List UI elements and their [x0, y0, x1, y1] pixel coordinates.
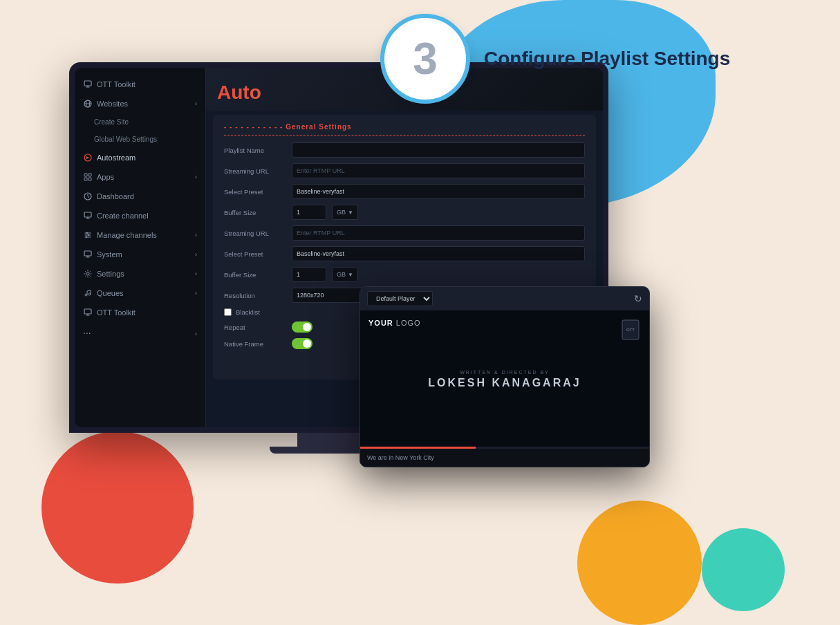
- sidebar-item-more[interactable]: ··· ›: [75, 322, 205, 346]
- sidebar-item-autostream[interactable]: Autostream: [75, 148, 205, 167]
- sidebar: OTT Toolkit Websites › Create Site: [75, 68, 206, 427]
- panel-title: - - - - - - - - - - - General Settings: [224, 123, 585, 136]
- sliders-icon: [83, 230, 93, 240]
- gear-icon: [83, 269, 93, 279]
- buffer-size-unit-2: GB ▼: [332, 267, 358, 282]
- globe-icon: [83, 99, 93, 109]
- select-preset-row-2: Select Preset Baseline-veryfast High-med…: [224, 246, 585, 261]
- player-bottombar: We are in New York City: [360, 449, 649, 467]
- player-subtitle: We are in New York City: [367, 454, 434, 461]
- sidebar-item-dashboard[interactable]: Dashboard: [75, 187, 205, 206]
- select-preset-label-2: Select Preset: [224, 250, 286, 258]
- grid-icon: [83, 172, 93, 182]
- sidebar-label-ott-toolkit: OTT Toolkit: [97, 80, 136, 88]
- svg-text:OTT: OTT: [626, 328, 635, 332]
- svg-rect-7: [88, 178, 91, 180]
- streaming-url-label-2: Streaming URL: [224, 230, 286, 237]
- buffer-size-label-2: Buffer Size: [224, 271, 286, 279]
- repeat-toggle[interactable]: [292, 321, 312, 333]
- step-number: 3: [380, 14, 470, 104]
- player-watermark: OTT: [620, 319, 641, 343]
- bg-circle-teal: [702, 528, 785, 611]
- sidebar-label-system: System: [97, 250, 122, 259]
- select-preset-dropdown-2[interactable]: Baseline-veryfast High-medium: [292, 246, 585, 261]
- streaming-url-input-1[interactable]: [292, 163, 585, 178]
- streaming-url-row-1: Streaming URL: [224, 163, 585, 178]
- svg-point-16: [88, 293, 91, 295]
- bg-blob-orange: [577, 501, 702, 625]
- streaming-url-label-1: Streaming URL: [224, 167, 286, 175]
- written-by-text: WRITTEN & DIRECTED BY: [428, 370, 581, 375]
- player-center-content: WRITTEN & DIRECTED BY LOKESH KANAGARAJ: [428, 370, 581, 389]
- sidebar-item-manage-channels[interactable]: Manage channels ›: [75, 225, 205, 245]
- chevron-right-icon-system: ›: [195, 251, 197, 258]
- chevron-right-icon-more: ›: [195, 330, 197, 337]
- video-player: Default Player ↻ YOUR LOGO OTT WRITTEN &…: [360, 286, 650, 467]
- buffer-size-input-2[interactable]: [292, 267, 326, 282]
- player-topbar: Default Player ↻: [360, 287, 649, 310]
- music-icon: [83, 288, 93, 298]
- sidebar-label-create-site: Create Site: [94, 118, 129, 126]
- sidebar-label-settings: Settings: [97, 270, 124, 278]
- chevron-right-icon-queues: ›: [195, 290, 197, 297]
- svg-rect-9: [84, 212, 91, 217]
- buffer-size-unit-1: GB ▼: [332, 205, 358, 220]
- circle-icon: [83, 192, 93, 201]
- native-frame-label: Native Frame: [224, 340, 286, 348]
- step-badge: 3 Configure Playlist Settings: [380, 14, 730, 104]
- native-frame-toggle[interactable]: [292, 338, 312, 349]
- svg-rect-13: [84, 251, 91, 256]
- select-preset-row-1: Select Preset Baseline-veryfast High-med…: [224, 184, 585, 199]
- svg-point-15: [85, 294, 87, 296]
- streaming-url-row-2: Streaming URL: [224, 225, 585, 241]
- sidebar-label-websites: Websites: [97, 100, 128, 108]
- bg-circle-red: [41, 431, 194, 584]
- player-select[interactable]: Default Player: [367, 291, 433, 306]
- svg-rect-17: [84, 309, 91, 314]
- director-text: LOKESH KANAGARAJ: [428, 377, 581, 389]
- buffer-size-input-1[interactable]: [292, 205, 326, 220]
- sidebar-item-apps[interactable]: Apps ›: [75, 167, 205, 187]
- monitor2-icon: [83, 211, 93, 221]
- resolution-label: Resolution: [224, 292, 286, 299]
- autostream-icon: [83, 153, 93, 162]
- monitor3-icon: [83, 308, 93, 317]
- chevron-right-icon-manage: ›: [195, 232, 197, 239]
- sidebar-item-system[interactable]: System ›: [75, 245, 205, 264]
- sidebar-label-queues: Queues: [97, 289, 124, 297]
- blacklist-label: Blacklist: [236, 308, 260, 316]
- chevron-right-icon: ›: [195, 100, 197, 107]
- buffer-size-row-1: Buffer Size GB ▼: [224, 205, 585, 220]
- sidebar-item-global-web-settings[interactable]: Global Web Settings: [75, 131, 205, 148]
- system-icon: [83, 250, 93, 259]
- svg-rect-4: [84, 174, 87, 176]
- playlist-name-label: Playlist Name: [224, 147, 286, 154]
- sidebar-item-create-site[interactable]: Create Site: [75, 113, 205, 131]
- sidebar-label-create-channel: Create channel: [97, 212, 149, 220]
- blacklist-checkbox[interactable]: [224, 308, 232, 316]
- sidebar-item-settings[interactable]: Settings ›: [75, 264, 205, 283]
- chevron-right-icon-apps: ›: [195, 174, 197, 180]
- svg-rect-0: [84, 81, 91, 86]
- sidebar-label-autostream: Autostream: [97, 153, 136, 162]
- svg-point-12: [86, 236, 87, 238]
- streaming-url-input-2[interactable]: [292, 225, 585, 241]
- sidebar-label-dashboard: Dashboard: [97, 192, 134, 200]
- monitor-wrapper: OTT Toolkit Websites › Create Site: [69, 62, 608, 454]
- sidebar-item-ott-toolkit2[interactable]: OTT Toolkit: [75, 303, 205, 322]
- select-preset-dropdown-1[interactable]: Baseline-veryfast High-medium Main-fast: [292, 184, 585, 199]
- sidebar-label-more: ···: [83, 327, 91, 338]
- refresh-icon[interactable]: ↻: [634, 293, 642, 304]
- sidebar-item-ott-toolkit[interactable]: OTT Toolkit: [75, 75, 205, 94]
- svg-point-10: [86, 232, 88, 234]
- sidebar-item-create-channel[interactable]: Create channel: [75, 206, 205, 225]
- player-screen: YOUR LOGO OTT WRITTEN & DIRECTED BY LOKE…: [360, 310, 649, 449]
- repeat-label: Repeat: [224, 324, 286, 331]
- step-title: Configure Playlist Settings: [484, 46, 730, 71]
- playlist-name-input[interactable]: [292, 142, 585, 158]
- sidebar-item-queues[interactable]: Queues ›: [75, 283, 205, 303]
- sidebar-label-apps: Apps: [97, 173, 114, 181]
- svg-rect-6: [84, 178, 87, 180]
- chevron-down-icon-2: ▼: [348, 272, 353, 278]
- sidebar-item-websites[interactable]: Websites ›: [75, 94, 205, 113]
